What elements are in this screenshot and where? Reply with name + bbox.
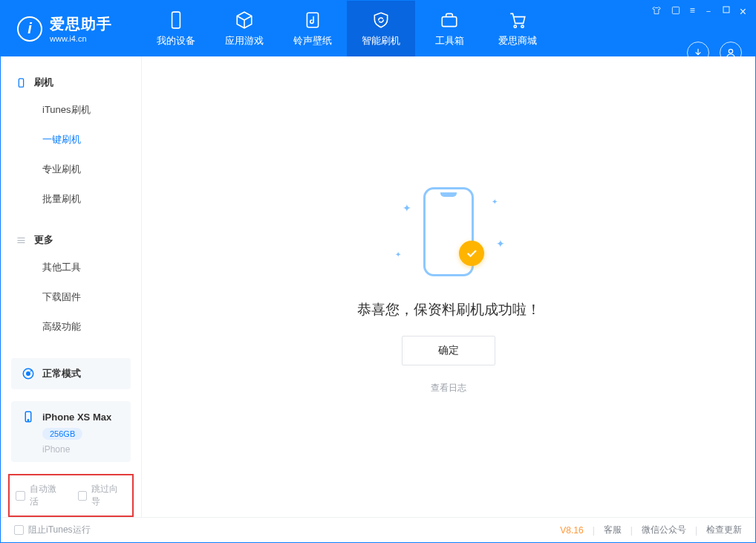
skin-icon[interactable]: [671, 5, 681, 16]
checkbox-auto-activate[interactable]: 自动激活: [16, 483, 65, 508]
sparkle-icon: ✦: [496, 238, 505, 250]
logo-icon: i: [17, 16, 42, 42]
svg-point-4: [521, 25, 524, 27]
sidebar-item-oneclick-flash[interactable]: 一键刷机: [1, 125, 141, 155]
footer-wechat-link[interactable]: 微信公众号: [642, 524, 686, 536]
logo: i 爱思助手 www.i4.cn: [1, 14, 142, 43]
device-name: iPhone XS Max: [42, 412, 111, 423]
nav-label: 我的设备: [157, 34, 195, 48]
minimize-icon[interactable]: －: [704, 5, 713, 19]
checkbox-block-itunes[interactable]: 阻止iTunes运行: [14, 524, 91, 536]
maximize-icon[interactable]: [722, 5, 731, 14]
checkbox-icon: [16, 491, 25, 501]
sparkle-icon: ✦: [403, 202, 411, 214]
phone-icon: [16, 77, 27, 88]
checkbox-label: 自动激活: [30, 483, 65, 508]
window-controls: ≡ － ×: [651, 5, 746, 19]
header-actions: [687, 25, 742, 80]
checkbox-skip-guide[interactable]: 跳过向导: [78, 483, 127, 508]
sparkle-icon: ✦: [492, 198, 498, 206]
nav-smart-flash[interactable]: 智能刷机: [347, 1, 415, 56]
nav-label: 工具箱: [435, 34, 464, 48]
list-icon: [16, 235, 27, 246]
sidebar-title-label: 更多: [34, 233, 53, 247]
nav-store[interactable]: 爱思商城: [483, 1, 552, 56]
svg-point-7: [729, 49, 732, 53]
sidebar-item-pro-flash[interactable]: 专业刷机: [1, 155, 141, 184]
app-window: i 爱思助手 www.i4.cn 我的设备 应用游戏 铃声壁纸 智能刷机: [0, 0, 756, 543]
success-message: 恭喜您，保资料刷机成功啦！: [357, 300, 541, 319]
cube-icon: [235, 10, 254, 30]
mode-icon: [22, 367, 35, 380]
download-button[interactable]: [687, 42, 709, 64]
brand-url: www.i4.cn: [50, 34, 112, 43]
mode-card[interactable]: 正常模式: [11, 358, 131, 389]
top-nav: 我的设备 应用游戏 铃声壁纸 智能刷机 工具箱 爱思商城: [142, 1, 552, 56]
close-icon[interactable]: ×: [740, 5, 746, 19]
main-content: ✦ ✦ ✦ ✦ 恭喜您，保资料刷机成功啦！ 确定 查看日志: [142, 56, 755, 517]
footer-support-link[interactable]: 客服: [604, 524, 622, 536]
device-type: iPhone: [42, 444, 70, 455]
sidebar-item-other-tools[interactable]: 其他工具: [1, 253, 141, 282]
header: i 爱思助手 www.i4.cn 我的设备 应用游戏 铃声壁纸 智能刷机: [1, 1, 755, 56]
cart-icon: [508, 10, 527, 30]
nav-ringtone-wallpaper[interactable]: 铃声壁纸: [278, 1, 347, 56]
body: 刷机 iTunes刷机 一键刷机 专业刷机 批量刷机 更多 其他工具 下载固件: [1, 56, 755, 517]
checkbox-label: 阻止iTunes运行: [28, 524, 91, 536]
version-label: V8.16: [560, 525, 583, 536]
sidebar-section-more: 更多 其他工具 下载固件 高级功能: [1, 214, 141, 342]
shirt-icon[interactable]: [651, 5, 662, 16]
options-row: 自动激活 跳过向导: [8, 474, 134, 517]
sparkle-icon: ✦: [395, 250, 401, 259]
nav-label: 智能刷机: [362, 34, 400, 48]
nav-apps-games[interactable]: 应用游戏: [210, 1, 278, 56]
svg-rect-0: [172, 12, 180, 28]
nav-my-device[interactable]: 我的设备: [142, 1, 210, 56]
nav-label: 爱思商城: [498, 34, 537, 48]
svg-rect-2: [442, 16, 457, 26]
device-card[interactable]: iPhone XS Max 256GB iPhone: [11, 401, 131, 462]
svg-point-12: [27, 420, 29, 421]
device-icon: [166, 10, 186, 30]
sidebar-item-batch-flash[interactable]: 批量刷机: [1, 184, 141, 214]
ok-button[interactable]: 确定: [402, 336, 495, 365]
checkbox-icon: [14, 525, 24, 535]
svg-rect-6: [723, 7, 729, 13]
footer-right: V8.16 | 客服 | 微信公众号 | 检查更新: [560, 524, 742, 536]
sidebar-title-label: 刷机: [34, 76, 53, 89]
footer-update-link[interactable]: 检查更新: [706, 524, 742, 536]
sidebar-item-advanced[interactable]: 高级功能: [1, 312, 141, 342]
nav-toolbox[interactable]: 工具箱: [415, 1, 483, 56]
svg-point-3: [514, 25, 516, 27]
menu-icon[interactable]: ≡: [690, 5, 695, 19]
sidebar: 刷机 iTunes刷机 一键刷机 专业刷机 批量刷机 更多 其他工具 下载固件: [1, 56, 142, 517]
sidebar-section-flash: 刷机 iTunes刷机 一键刷机 专业刷机 批量刷机: [1, 56, 141, 214]
svg-rect-8: [19, 78, 23, 86]
logo-text: 爱思助手 www.i4.cn: [50, 14, 112, 43]
checkbox-icon: [78, 491, 88, 501]
device-storage-badge: 256GB: [42, 428, 82, 440]
sidebar-item-download-firmware[interactable]: 下载固件: [1, 282, 141, 312]
nav-label: 铃声壁纸: [293, 34, 332, 48]
success-illustration: ✦ ✦ ✦ ✦: [382, 180, 515, 284]
brand-name: 爱思助手: [50, 14, 112, 34]
sidebar-item-itunes-flash[interactable]: iTunes刷机: [1, 95, 141, 125]
refresh-shield-icon: [371, 10, 391, 30]
nav-label: 应用游戏: [225, 34, 264, 48]
music-file-icon: [303, 10, 322, 30]
view-log-link[interactable]: 查看日志: [431, 382, 466, 394]
sidebar-title-more: 更多: [1, 227, 141, 253]
check-badge-icon: [459, 241, 484, 266]
svg-point-10: [27, 372, 30, 376]
sidebar-title-flash: 刷机: [1, 70, 141, 95]
device-phone-icon: [22, 410, 35, 423]
toolbox-icon: [440, 10, 459, 30]
footer: 阻止iTunes运行 V8.16 | 客服 | 微信公众号 | 检查更新: [1, 517, 755, 542]
svg-rect-5: [672, 7, 679, 13]
checkbox-label: 跳过向导: [91, 483, 126, 508]
mode-label: 正常模式: [42, 367, 81, 380]
svg-rect-1: [307, 13, 318, 27]
user-button[interactable]: [720, 42, 742, 64]
